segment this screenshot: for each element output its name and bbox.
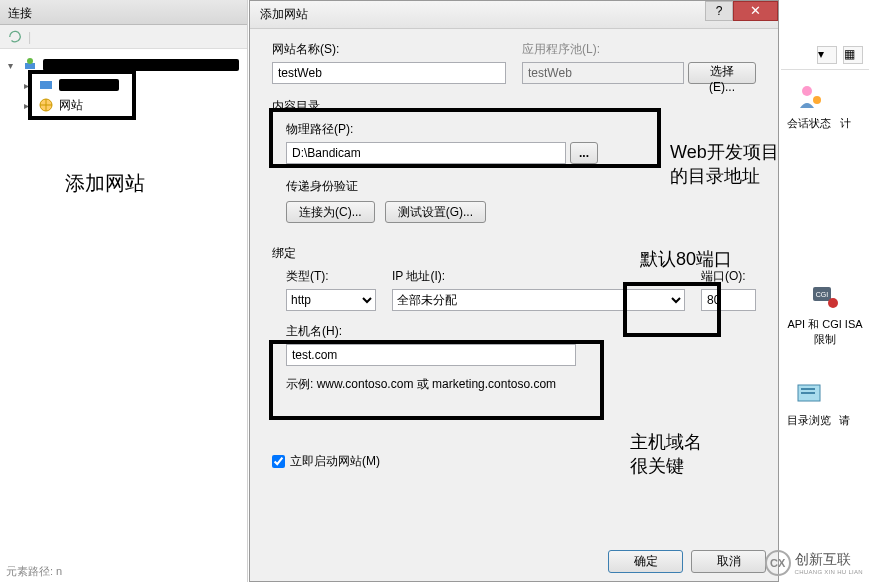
annotation-addsite: 添加网站 — [65, 170, 145, 197]
site-name-input[interactable] — [272, 62, 506, 84]
type-select[interactable]: http — [286, 289, 376, 311]
panel-toolbar: | — [0, 25, 247, 49]
test-settings-button[interactable]: 测试设置(G)... — [385, 201, 486, 223]
start-site-label: 立即启动网站(M) — [290, 453, 380, 470]
cgi-icon: CGI — [809, 281, 841, 313]
connections-panel: 连接 | ▾ ▸ ▸ 网站 — [0, 0, 248, 582]
folder-browse-icon — [793, 377, 825, 409]
svg-rect-10 — [801, 388, 815, 390]
tree: ▾ ▸ ▸ 网站 — [0, 49, 247, 122]
feature-session-state[interactable]: 会话状态 — [787, 80, 831, 131]
folder-icon — [39, 77, 55, 93]
help-button[interactable]: ? — [705, 1, 733, 21]
host-label: 主机名(H): — [286, 323, 756, 340]
toolbar-refresh-icon[interactable] — [8, 29, 24, 45]
physical-path-label: 物理路径(P): — [286, 121, 756, 138]
redacted-text — [59, 79, 119, 91]
close-button[interactable]: ✕ — [733, 1, 778, 21]
annotation-hostkey: 主机域名 很关键 — [630, 430, 702, 478]
redacted-text — [43, 59, 239, 71]
expand-icon[interactable]: ▸ — [24, 80, 35, 91]
feature-dir-browse[interactable]: 目录浏览 — [787, 377, 831, 428]
browse-button[interactable]: ... — [570, 142, 598, 164]
physical-path-input[interactable] — [286, 142, 566, 164]
icon-partial — [828, 377, 860, 409]
svg-point-4 — [802, 86, 812, 96]
svg-point-8 — [828, 298, 838, 308]
port-input[interactable] — [701, 289, 756, 311]
svg-point-1 — [27, 58, 33, 64]
add-website-dialog: 添加网站 ? ✕ 网站名称(S): 应用程序池(L): 选择(E)... 内容目… — [249, 0, 779, 582]
svg-text:CGI: CGI — [816, 291, 829, 298]
status-bar: 元素路径: n — [0, 561, 68, 582]
svg-point-5 — [813, 96, 821, 104]
feature-isapi-cgi[interactable]: CGI API 和 CGI ISA 限制 — [787, 281, 863, 347]
dialog-titlebar: 添加网站 ? ✕ — [250, 1, 778, 29]
view-grid-icon[interactable]: ▦ — [843, 46, 863, 64]
host-example: 示例: www.contoso.com 或 marketing.contoso.… — [286, 376, 756, 393]
tree-server-node[interactable]: ▾ — [8, 55, 239, 75]
panel-title: 连接 — [8, 6, 32, 20]
expand-icon[interactable]: ▸ — [24, 100, 35, 111]
content-dir-title: 内容目录 — [272, 98, 756, 115]
tree-item-redacted[interactable]: ▸ — [8, 75, 239, 95]
icon-partial — [829, 80, 861, 112]
server-icon — [23, 57, 39, 73]
app-pool-label: 应用程序池(L): — [522, 41, 756, 58]
panel-header: 连接 — [0, 0, 247, 25]
watermark-logo: CX 创新互联 CHUANG XIN HU LIAN — [765, 550, 863, 576]
user-icon — [793, 80, 825, 112]
svg-rect-11 — [801, 392, 815, 394]
type-label: 类型(T): — [286, 268, 376, 285]
logo-mark: CX — [765, 550, 791, 576]
feature-cut[interactable]: 计 — [835, 80, 855, 131]
right-icons-panel: ▾ ▦ 会话状态 计 CGI API 和 CGI ISA 限制 — [781, 40, 869, 540]
app-pool-input — [522, 62, 684, 84]
tree-sites-label: 网站 — [59, 97, 83, 114]
right-toolbar: ▾ ▦ — [781, 40, 869, 70]
feature-cut2[interactable]: 请 — [835, 377, 853, 428]
ip-select[interactable]: 全部未分配 — [392, 289, 685, 311]
view-dropdown[interactable]: ▾ — [817, 46, 837, 64]
globe-icon — [39, 98, 55, 114]
svg-rect-2 — [40, 81, 52, 89]
select-pool-button[interactable]: 选择(E)... — [688, 62, 756, 84]
annotation-port: 默认80端口 — [640, 247, 732, 271]
dialog-title: 添加网站 — [260, 6, 308, 23]
host-input[interactable] — [286, 344, 576, 366]
annotation-webdev: Web开发项目 的目录地址 — [670, 140, 779, 188]
ok-button[interactable]: 确定 — [608, 550, 683, 573]
collapse-icon[interactable]: ▾ — [8, 60, 19, 71]
connect-as-button[interactable]: 连接为(C)... — [286, 201, 375, 223]
site-name-label: 网站名称(S): — [272, 41, 506, 58]
tree-sites-node[interactable]: ▸ 网站 — [8, 95, 239, 116]
start-site-checkbox[interactable] — [272, 455, 285, 468]
cancel-button[interactable]: 取消 — [691, 550, 766, 573]
